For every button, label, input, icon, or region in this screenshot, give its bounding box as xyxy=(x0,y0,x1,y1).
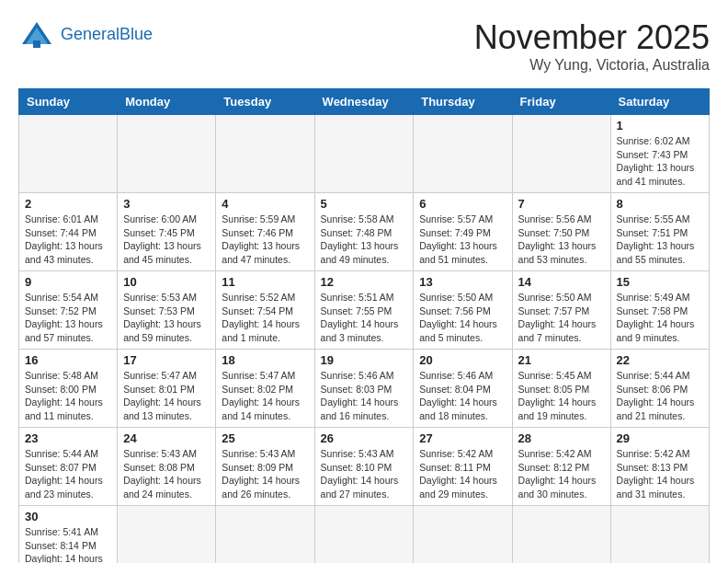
day-number: 4 xyxy=(222,197,308,211)
logo: GeneralBlue xyxy=(18,18,153,52)
day-number: 14 xyxy=(518,275,605,289)
day-info: Sunrise: 6:01 AM Sunset: 7:44 PM Dayligh… xyxy=(25,213,111,267)
calendar-cell: 28Sunrise: 5:42 AM Sunset: 8:12 PM Dayli… xyxy=(512,428,610,506)
calendar-cell: 24Sunrise: 5:43 AM Sunset: 8:08 PM Dayli… xyxy=(118,428,216,506)
calendar-cell xyxy=(216,506,314,564)
day-info: Sunrise: 5:48 AM Sunset: 8:00 PM Dayligh… xyxy=(25,369,111,423)
day-info: Sunrise: 5:46 AM Sunset: 8:04 PM Dayligh… xyxy=(419,369,506,423)
logo-icon xyxy=(18,18,55,52)
calendar-cell: 16Sunrise: 5:48 AM Sunset: 8:00 PM Dayli… xyxy=(19,350,118,428)
day-info: Sunrise: 5:52 AM Sunset: 7:54 PM Dayligh… xyxy=(222,291,308,345)
day-number: 18 xyxy=(222,353,308,367)
calendar-cell xyxy=(118,506,216,564)
day-number: 23 xyxy=(25,431,111,445)
calendar-cell: 13Sunrise: 5:50 AM Sunset: 7:56 PM Dayli… xyxy=(414,271,512,350)
day-number: 19 xyxy=(321,353,408,367)
day-info: Sunrise: 5:42 AM Sunset: 8:13 PM Dayligh… xyxy=(617,447,703,501)
calendar-cell: 3Sunrise: 6:00 AM Sunset: 7:45 PM Daylig… xyxy=(118,193,216,271)
day-info: Sunrise: 5:43 AM Sunset: 8:08 PM Dayligh… xyxy=(123,447,210,501)
day-info: Sunrise: 5:50 AM Sunset: 7:56 PM Dayligh… xyxy=(419,291,506,345)
day-number: 15 xyxy=(617,275,703,289)
calendar-week-row-3: 9Sunrise: 5:54 AM Sunset: 7:52 PM Daylig… xyxy=(19,271,710,350)
day-number: 10 xyxy=(123,275,210,289)
day-number: 16 xyxy=(25,353,111,367)
calendar-week-row-6: 30Sunrise: 5:41 AM Sunset: 8:14 PM Dayli… xyxy=(19,506,710,564)
calendar-cell: 12Sunrise: 5:51 AM Sunset: 7:55 PM Dayli… xyxy=(314,271,414,350)
logo-text: GeneralBlue xyxy=(61,26,153,44)
calendar-cell: 18Sunrise: 5:47 AM Sunset: 8:02 PM Dayli… xyxy=(216,350,314,428)
day-number: 8 xyxy=(617,197,703,211)
calendar-cell: 2Sunrise: 6:01 AM Sunset: 7:44 PM Daylig… xyxy=(19,193,118,271)
day-number: 5 xyxy=(321,197,408,211)
day-number: 22 xyxy=(617,353,703,367)
day-info: Sunrise: 5:46 AM Sunset: 8:03 PM Dayligh… xyxy=(321,369,408,423)
calendar-cell xyxy=(118,115,216,193)
calendar-cell: 7Sunrise: 5:56 AM Sunset: 7:50 PM Daylig… xyxy=(512,193,610,271)
title-section: November 2025 Wy Yung, Victoria, Austral… xyxy=(474,18,710,74)
calendar-week-row-1: 1Sunrise: 6:02 AM Sunset: 7:43 PM Daylig… xyxy=(19,115,710,193)
calendar-cell: 19Sunrise: 5:46 AM Sunset: 8:03 PM Dayli… xyxy=(314,350,414,428)
weekday-header-sunday: Sunday xyxy=(19,89,118,115)
calendar-cell xyxy=(414,506,512,564)
calendar-cell: 21Sunrise: 5:45 AM Sunset: 8:05 PM Dayli… xyxy=(512,350,610,428)
calendar-cell: 10Sunrise: 5:53 AM Sunset: 7:53 PM Dayli… xyxy=(118,271,216,350)
day-number: 9 xyxy=(25,275,111,289)
day-info: Sunrise: 5:41 AM Sunset: 8:14 PM Dayligh… xyxy=(25,525,111,563)
day-number: 21 xyxy=(518,353,605,367)
calendar-cell xyxy=(610,506,709,564)
day-info: Sunrise: 5:44 AM Sunset: 8:07 PM Dayligh… xyxy=(25,447,111,501)
calendar-cell: 29Sunrise: 5:42 AM Sunset: 8:13 PM Dayli… xyxy=(610,428,709,506)
day-number: 20 xyxy=(419,353,506,367)
day-info: Sunrise: 5:59 AM Sunset: 7:46 PM Dayligh… xyxy=(222,213,308,267)
day-number: 3 xyxy=(123,197,210,211)
day-info: Sunrise: 5:50 AM Sunset: 7:57 PM Dayligh… xyxy=(518,291,605,345)
day-info: Sunrise: 5:45 AM Sunset: 8:05 PM Dayligh… xyxy=(518,369,605,423)
day-number: 26 xyxy=(321,431,408,445)
month-title: November 2025 xyxy=(474,18,710,57)
day-number: 11 xyxy=(222,275,308,289)
day-info: Sunrise: 5:49 AM Sunset: 7:58 PM Dayligh… xyxy=(617,291,703,345)
calendar-week-row-4: 16Sunrise: 5:48 AM Sunset: 8:00 PM Dayli… xyxy=(19,350,710,428)
day-info: Sunrise: 5:44 AM Sunset: 8:06 PM Dayligh… xyxy=(617,369,703,423)
calendar-cell xyxy=(512,115,610,193)
location-subtitle: Wy Yung, Victoria, Australia xyxy=(474,57,710,74)
calendar-cell: 8Sunrise: 5:55 AM Sunset: 7:51 PM Daylig… xyxy=(610,193,709,271)
day-info: Sunrise: 5:43 AM Sunset: 8:10 PM Dayligh… xyxy=(321,447,408,501)
calendar-cell: 23Sunrise: 5:44 AM Sunset: 8:07 PM Dayli… xyxy=(19,428,118,506)
weekday-header-thursday: Thursday xyxy=(414,89,512,115)
day-number: 25 xyxy=(222,431,308,445)
day-number: 2 xyxy=(25,197,111,211)
calendar-cell: 1Sunrise: 6:02 AM Sunset: 7:43 PM Daylig… xyxy=(610,115,709,193)
calendar-cell: 15Sunrise: 5:49 AM Sunset: 7:58 PM Dayli… xyxy=(610,271,709,350)
calendar-cell: 30Sunrise: 5:41 AM Sunset: 8:14 PM Dayli… xyxy=(19,506,118,564)
calendar-cell: 25Sunrise: 5:43 AM Sunset: 8:09 PM Dayli… xyxy=(216,428,314,506)
day-info: Sunrise: 6:00 AM Sunset: 7:45 PM Dayligh… xyxy=(123,213,210,267)
page-header: GeneralBlue November 2025 Wy Yung, Victo… xyxy=(18,18,710,74)
day-number: 24 xyxy=(123,431,210,445)
calendar-cell: 9Sunrise: 5:54 AM Sunset: 7:52 PM Daylig… xyxy=(19,271,118,350)
day-info: Sunrise: 5:56 AM Sunset: 7:50 PM Dayligh… xyxy=(518,213,605,267)
day-number: 28 xyxy=(518,431,605,445)
day-info: Sunrise: 5:51 AM Sunset: 7:55 PM Dayligh… xyxy=(321,291,408,345)
calendar-cell xyxy=(314,115,414,193)
day-info: Sunrise: 5:53 AM Sunset: 7:53 PM Dayligh… xyxy=(123,291,210,345)
calendar-cell xyxy=(414,115,512,193)
calendar-cell xyxy=(19,115,118,193)
calendar-cell: 20Sunrise: 5:46 AM Sunset: 8:04 PM Dayli… xyxy=(414,350,512,428)
weekday-header-friday: Friday xyxy=(512,89,610,115)
day-number: 29 xyxy=(617,431,703,445)
day-number: 27 xyxy=(419,431,506,445)
day-info: Sunrise: 5:47 AM Sunset: 8:02 PM Dayligh… xyxy=(222,369,308,423)
calendar-cell: 14Sunrise: 5:50 AM Sunset: 7:57 PM Dayli… xyxy=(512,271,610,350)
calendar-week-row-2: 2Sunrise: 6:01 AM Sunset: 7:44 PM Daylig… xyxy=(19,193,710,271)
calendar-cell: 22Sunrise: 5:44 AM Sunset: 8:06 PM Dayli… xyxy=(610,350,709,428)
weekday-header-saturday: Saturday xyxy=(610,89,709,115)
day-info: Sunrise: 5:54 AM Sunset: 7:52 PM Dayligh… xyxy=(25,291,111,345)
day-info: Sunrise: 5:55 AM Sunset: 7:51 PM Dayligh… xyxy=(617,213,703,267)
day-info: Sunrise: 6:02 AM Sunset: 7:43 PM Dayligh… xyxy=(617,134,703,189)
day-info: Sunrise: 5:58 AM Sunset: 7:48 PM Dayligh… xyxy=(321,213,408,267)
calendar-cell: 27Sunrise: 5:42 AM Sunset: 8:11 PM Dayli… xyxy=(414,428,512,506)
day-info: Sunrise: 5:43 AM Sunset: 8:09 PM Dayligh… xyxy=(222,447,308,501)
calendar-cell: 4Sunrise: 5:59 AM Sunset: 7:46 PM Daylig… xyxy=(216,193,314,271)
day-info: Sunrise: 5:42 AM Sunset: 8:12 PM Dayligh… xyxy=(518,447,605,501)
